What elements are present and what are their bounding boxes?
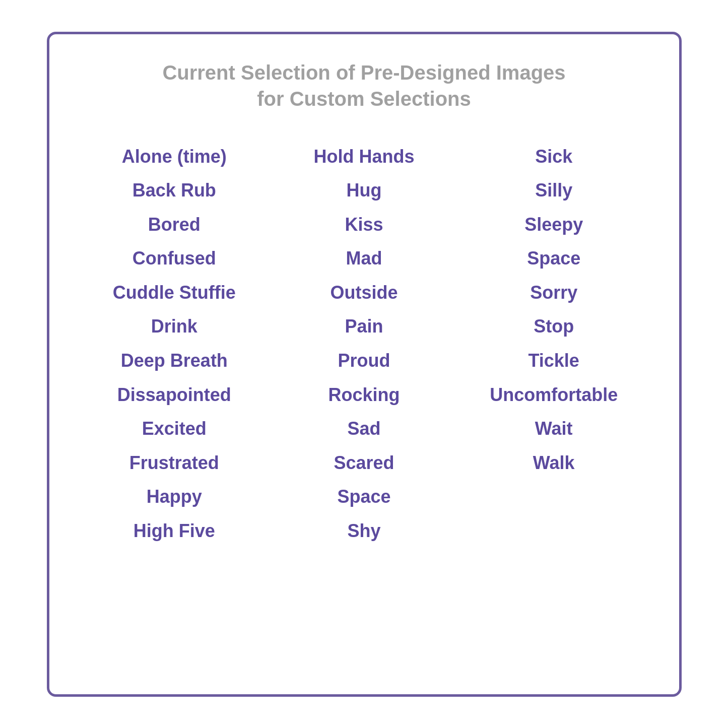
list-item: Happy bbox=[147, 482, 202, 511]
list-item: Cuddle Stuffie bbox=[113, 278, 236, 307]
list-item: Tickle bbox=[528, 346, 579, 375]
list-item: Outside bbox=[330, 278, 398, 307]
list-item: Silly bbox=[535, 176, 572, 205]
column-1: Alone (time)Back RubBoredConfusedCuddle … bbox=[80, 142, 270, 674]
list-item: Drink bbox=[151, 312, 197, 341]
list-item: Deep Breath bbox=[121, 346, 228, 375]
list-item: Wait bbox=[535, 414, 573, 443]
list-item: Rocking bbox=[328, 380, 400, 410]
list-item: Sleepy bbox=[524, 210, 583, 239]
list-item: Walk bbox=[533, 448, 575, 478]
list-item: Hug bbox=[347, 176, 382, 205]
page-title: Current Selection of Pre-Designed Images… bbox=[162, 59, 565, 112]
list-item: Pain bbox=[345, 312, 383, 341]
list-item: High Five bbox=[134, 516, 215, 546]
list-item: Scared bbox=[334, 448, 394, 478]
list-item: Sorry bbox=[530, 278, 577, 307]
list-item: Back Rub bbox=[133, 176, 216, 205]
list-item: Dissapointed bbox=[117, 380, 231, 410]
list-item: Bored bbox=[148, 210, 201, 239]
column-3: SickSillySleepySpaceSorryStopTickleUncom… bbox=[459, 142, 649, 674]
list-item: Uncomfortable bbox=[490, 380, 618, 410]
list-item: Kiss bbox=[345, 210, 383, 239]
list-item: Sad bbox=[347, 414, 380, 443]
list-item: Space bbox=[527, 244, 580, 273]
list-item: Excited bbox=[142, 414, 207, 443]
list-item: Frustrated bbox=[129, 448, 219, 478]
list-item: Sick bbox=[535, 142, 572, 171]
columns-container: Alone (time)Back RubBoredConfusedCuddle … bbox=[80, 142, 649, 674]
list-item: Hold Hands bbox=[314, 142, 415, 171]
list-item: Space bbox=[337, 482, 390, 511]
column-2: Hold HandsHugKissMadOutsidePainProudRock… bbox=[269, 142, 459, 674]
list-item: Mad bbox=[346, 244, 382, 273]
list-item: Shy bbox=[347, 516, 380, 546]
main-card: Current Selection of Pre-Designed Images… bbox=[47, 32, 682, 697]
list-item: Confused bbox=[133, 244, 216, 273]
list-item: Proud bbox=[338, 346, 390, 375]
list-item: Alone (time) bbox=[122, 142, 227, 171]
list-item: Stop bbox=[534, 312, 574, 341]
